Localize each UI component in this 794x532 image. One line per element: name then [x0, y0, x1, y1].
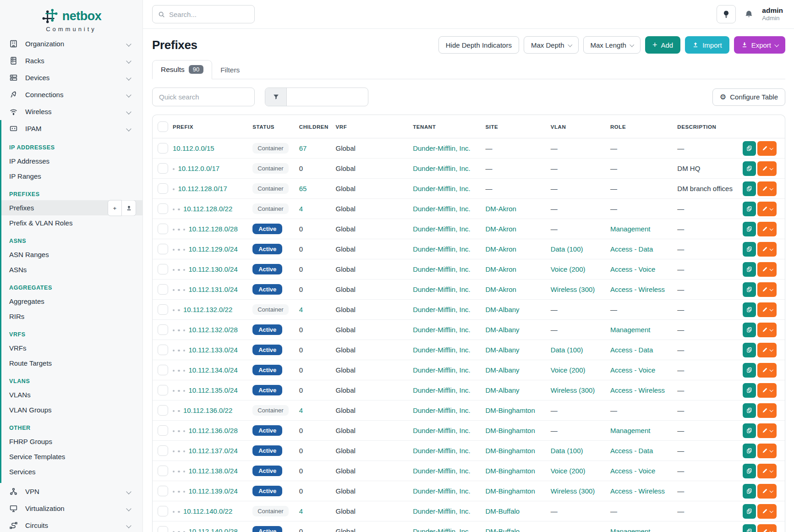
vlan-link[interactable]: Data (100) — [551, 245, 583, 253]
add-button[interactable]: + Add — [645, 36, 680, 54]
edit-dropdown-button[interactable] — [757, 484, 777, 499]
sidebar-item-rirs[interactable]: RIRs — [1, 309, 142, 324]
edit-dropdown-button[interactable] — [757, 202, 777, 216]
prefix-link[interactable]: 10.112.136.0/28 — [188, 427, 237, 434]
vlan-link[interactable]: Voice (200) — [551, 265, 586, 273]
copy-button[interactable] — [743, 202, 756, 216]
row-checkbox[interactable] — [158, 224, 168, 234]
prefix-link[interactable]: 10.112.136.0/22 — [183, 406, 232, 414]
edit-dropdown-button[interactable] — [757, 363, 777, 378]
row-checkbox[interactable] — [158, 385, 168, 395]
copy-button[interactable] — [743, 282, 756, 297]
edit-dropdown-button[interactable] — [757, 504, 777, 519]
row-checkbox[interactable] — [158, 486, 168, 496]
sidebar-item-vrfs[interactable]: VRFs — [1, 340, 142, 356]
edit-dropdown-button[interactable] — [757, 323, 777, 337]
tab-results[interactable]: Results 90 — [152, 60, 212, 79]
row-checkbox[interactable] — [158, 284, 168, 295]
prefix-link[interactable]: 10.112.138.0/24 — [188, 467, 237, 475]
row-checkbox[interactable] — [158, 264, 168, 274]
children-count-link[interactable]: 65 — [299, 185, 307, 192]
site-link[interactable]: DM-Albany — [485, 346, 519, 354]
sidebar-item-route-targets[interactable]: Route Targets — [1, 356, 142, 371]
prefix-link[interactable]: 10.112.140.0/22 — [183, 507, 232, 515]
tenant-link[interactable]: Dunder-Mifflin, Inc. — [413, 447, 471, 455]
edit-dropdown-button[interactable] — [757, 161, 777, 176]
sidebar-item-circuits[interactable]: Circuits — [0, 517, 142, 532]
edit-dropdown-button[interactable] — [757, 242, 777, 257]
saved-filter-select[interactable] — [287, 88, 368, 106]
copy-button[interactable] — [743, 423, 756, 438]
edit-dropdown-button[interactable] — [757, 383, 777, 398]
role-link[interactable]: Access - Wireless — [610, 285, 665, 293]
prefix-link[interactable]: 10.112.132.0/28 — [188, 326, 237, 334]
edit-dropdown-button[interactable] — [757, 262, 777, 277]
tenant-link[interactable]: Dunder-Mifflin, Inc. — [413, 245, 471, 253]
vlan-link[interactable]: Voice (200) — [551, 467, 586, 475]
prefix-link[interactable]: 10.112.128.0/22 — [183, 205, 232, 213]
site-link[interactable]: DM-Albany — [485, 386, 519, 394]
copy-button[interactable] — [743, 484, 756, 499]
copy-button[interactable] — [743, 141, 756, 156]
site-link[interactable]: DM-Binghamton — [485, 406, 535, 414]
tab-filters[interactable]: Filters — [212, 61, 248, 79]
prefix-link[interactable]: 10.112.130.0/24 — [188, 265, 237, 273]
select-all-checkbox[interactable] — [158, 121, 168, 132]
edit-dropdown-button[interactable] — [757, 444, 777, 458]
row-checkbox[interactable] — [158, 466, 168, 476]
prefix-link[interactable]: 10.112.139.0/24 — [188, 487, 237, 495]
role-link[interactable]: Management — [610, 427, 651, 434]
global-search[interactable] — [152, 5, 255, 23]
role-link[interactable]: Management — [610, 326, 651, 334]
site-link[interactable]: DM-Albany — [485, 326, 519, 334]
row-checkbox[interactable] — [158, 425, 168, 436]
copy-button[interactable] — [743, 504, 756, 519]
vlan-link[interactable]: Data (100) — [551, 346, 583, 354]
site-link[interactable]: DM-Buffalo — [485, 527, 520, 532]
vlan-link[interactable]: Data (100) — [551, 447, 583, 455]
tenant-link[interactable]: Dunder-Mifflin, Inc. — [413, 527, 471, 532]
copy-button[interactable] — [743, 524, 756, 532]
prefix-link[interactable]: 10.112.134.0/24 — [188, 366, 237, 374]
max-depth-dropdown[interactable]: Max Depth — [524, 36, 579, 54]
copy-button[interactable] — [743, 161, 756, 176]
row-checkbox[interactable] — [158, 345, 168, 355]
tenant-link[interactable]: Dunder-Mifflin, Inc. — [413, 366, 471, 374]
children-count-link[interactable]: 4 — [299, 406, 303, 414]
role-link[interactable]: Management — [610, 225, 651, 233]
copy-button[interactable] — [743, 464, 756, 478]
role-link[interactable]: Access - Voice — [610, 265, 655, 273]
site-link[interactable]: DM-Buffalo — [485, 507, 520, 515]
sidebar-item-asn-ranges[interactable]: ASN Ranges — [1, 247, 142, 262]
site-link[interactable]: DM-Akron — [485, 225, 516, 233]
copy-button[interactable] — [743, 222, 756, 236]
prefix-link[interactable]: 10.112.132.0/22 — [183, 306, 232, 313]
copy-button[interactable] — [743, 403, 756, 418]
children-count-link[interactable]: 67 — [299, 144, 307, 152]
sidebar-item-virtualization[interactable]: Virtualization — [0, 500, 142, 517]
row-checkbox[interactable] — [158, 203, 168, 214]
sidebar-item-prefix-vlan-roles[interactable]: Prefix & VLAN Roles — [1, 215, 142, 230]
filter-funnel-button[interactable] — [265, 88, 287, 106]
tenant-link[interactable]: Dunder-Mifflin, Inc. — [413, 406, 471, 414]
hide-depth-indicators-button[interactable]: Hide Depth Indicators — [438, 36, 519, 54]
copy-button[interactable] — [743, 323, 756, 337]
role-link[interactable]: Access - Data — [610, 245, 653, 253]
site-link[interactable]: DM-Akron — [485, 265, 516, 273]
sidebar-item-services[interactable]: Services — [1, 464, 142, 479]
row-checkbox[interactable] — [158, 324, 168, 335]
sidebar-item-ip-addresses[interactable]: IP Addresses — [1, 154, 142, 169]
role-link[interactable]: Access - Data — [610, 447, 653, 455]
tenant-link[interactable]: Dunder-Mifflin, Inc. — [413, 285, 471, 293]
copy-button[interactable] — [743, 383, 756, 398]
children-count-link[interactable]: 4 — [299, 306, 303, 313]
theme-toggle-button[interactable] — [717, 5, 736, 23]
import-button[interactable]: Import — [685, 36, 729, 54]
edit-dropdown-button[interactable] — [757, 524, 777, 532]
site-link[interactable]: DM-Akron — [485, 205, 516, 213]
site-link[interactable]: DM-Binghamton — [485, 427, 535, 434]
copy-button[interactable] — [743, 363, 756, 378]
vlan-link[interactable]: Wireless (300) — [551, 487, 595, 495]
quick-search-input[interactable] — [152, 88, 255, 106]
role-link[interactable]: Access - Wireless — [610, 386, 665, 394]
